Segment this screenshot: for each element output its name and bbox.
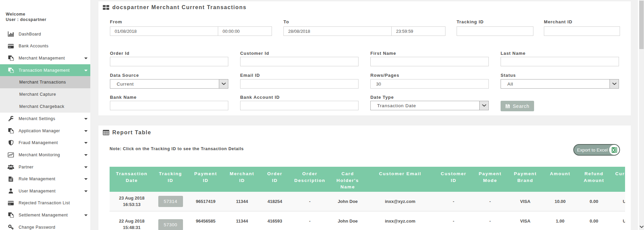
cell-payment-mode: - <box>473 211 508 230</box>
tracking-id-button[interactable]: 57300 <box>158 219 183 230</box>
sidebar-subitem-merchant-chargeback[interactable]: Merchant Chargeback <box>0 100 90 113</box>
filters-panel: docspartner Merchant Current Transaction… <box>98 1 631 115</box>
cell-amount: 1.00 <box>543 211 577 230</box>
sidebar-item-label: Merchant Management <box>19 56 65 61</box>
column-header-currency: Currency <box>611 167 625 192</box>
bank-account-id-label: Bank Account ID <box>240 95 280 100</box>
bank-account-id-input[interactable] <box>240 101 359 110</box>
scroll-down-icon[interactable] <box>639 225 644 229</box>
from-time-input[interactable] <box>218 26 272 36</box>
cell-line: 23 Aug 2018 <box>110 195 154 202</box>
field-control <box>501 57 619 66</box>
search-button[interactable]: Search <box>501 101 534 111</box>
scrollbar-thumb[interactable] <box>639 1 644 49</box>
sidebar-item-user-management[interactable]: User Management <box>0 185 90 197</box>
merchant-id-label: Merchant ID <box>544 19 572 24</box>
to-time-input[interactable] <box>391 26 445 36</box>
data-source-select[interactable]: Current <box>110 79 228 89</box>
caret-down-icon <box>84 178 88 180</box>
field-control <box>544 26 620 36</box>
sidebar-subitem-merchant-capture[interactable]: Merchant Capture <box>0 88 90 100</box>
cell-merchant-id: 11344 <box>224 211 260 230</box>
sidebar-item-label: Change Password <box>19 225 55 230</box>
th-large-icon <box>103 5 109 10</box>
date-type-select[interactable]: Transaction Date <box>370 101 489 110</box>
user-icon <box>7 188 14 194</box>
field-control: Transaction Date <box>370 101 489 110</box>
sidebar-item-transaction-management[interactable]: Transaction Management <box>0 64 90 76</box>
cell-currency: USD <box>611 211 625 230</box>
from-date-input[interactable] <box>110 26 218 36</box>
sidebar-item-fraud-management[interactable]: Fraud Management <box>0 137 90 149</box>
sidebar-item-merchant-management[interactable]: Merchant Management <box>0 52 90 64</box>
sidebar-item-label: Bank Accounts <box>19 44 48 48</box>
sidebar-item-label: Application Manager <box>19 129 60 133</box>
column-header-merchant-id: Merchant ID <box>224 167 260 192</box>
cell-amount: 10.00 <box>543 192 577 211</box>
bank-name-label: Bank Name <box>110 95 137 100</box>
order-id-input[interactable] <box>110 57 228 66</box>
cell-card-holder-s-name: John Doe <box>330 211 366 230</box>
first-name-input[interactable] <box>370 57 489 66</box>
sidebar-item-merchant-monitoring[interactable]: Merchant Monitoring <box>0 149 90 161</box>
page-title: docspartner Merchant Current Transaction… <box>112 4 247 10</box>
sidebar-item-application-manager[interactable]: Application Manager <box>0 125 90 137</box>
sidebar-item-settlement-management[interactable]: Settlement Management <box>0 209 90 221</box>
sidebar-item-partner[interactable]: Partner <box>0 161 90 173</box>
bank-name-input[interactable] <box>110 101 228 110</box>
table-header-row: Transaction DateTracking IDPayment IDMer… <box>110 167 625 192</box>
sidebar-item-label: Merchant Monitoring <box>19 153 60 157</box>
column-header-payment-brand: Payment Brand <box>508 167 543 192</box>
order-id-label: Order Id <box>110 51 130 56</box>
sidebar-item-merchant-settings[interactable]: Merchant Settings <box>0 113 90 125</box>
chevron-down-icon <box>610 79 619 88</box>
cell-order-description: - <box>290 192 330 211</box>
merchant-id-input[interactable] <box>544 26 620 36</box>
column-header-order-id: Order ID <box>260 167 290 192</box>
email-id-label: Email ID <box>240 73 260 78</box>
files-icon <box>7 212 14 218</box>
field-control <box>240 101 359 110</box>
customer-id-label: Customer Id <box>240 51 269 56</box>
cell-transaction-date: 23 Aug 201816:53:13 <box>110 192 154 211</box>
credit-card-icon <box>7 43 14 49</box>
tracking-id-button[interactable]: 57314 <box>158 196 183 207</box>
sidebar-subitem-merchant-transactions[interactable]: Merchant Transactions <box>0 76 90 88</box>
cell-currency: USD <box>611 192 625 211</box>
sidebar-item-bank-accounts[interactable]: Bank Accounts <box>0 40 90 52</box>
credit-card-icon <box>7 200 14 206</box>
chevron-down-icon <box>219 79 228 88</box>
cell-refund-amount: 0.00 <box>577 192 611 211</box>
export-to-excel-button[interactable]: Export to Excel <box>573 144 620 156</box>
cell-payment-brand: VISA <box>508 211 543 230</box>
column-header-refund-amount: Refund Amount <box>577 167 611 192</box>
last-name-input[interactable] <box>501 57 619 66</box>
customer-id-input[interactable] <box>240 57 359 66</box>
sidebar-item-label: Rejected Transaction List <box>19 201 70 205</box>
to-date-input[interactable] <box>283 26 392 36</box>
rows-pages-input[interactable] <box>370 79 489 89</box>
excel-icon <box>609 145 619 155</box>
status-value: All <box>501 82 513 87</box>
sidebar-item-dashboard[interactable]: DashBoard <box>0 28 90 40</box>
status-select[interactable]: All <box>501 79 619 89</box>
column-header-payment-id: Payment ID <box>187 167 224 192</box>
save-icon <box>505 104 510 109</box>
sidebar-item-rejected-transaction-list[interactable]: Rejected Transaction List <box>0 197 90 209</box>
email-id-input[interactable] <box>240 79 359 89</box>
page-scrollbar[interactable] <box>639 0 644 230</box>
filters-panel-title: docspartner Merchant Current Transaction… <box>103 4 247 10</box>
tracking-id-label: Tracking ID <box>457 19 484 24</box>
table-row: 22 Aug 201815:48:31573009645658511344416… <box>110 211 625 230</box>
sidebar: Welcome User : docspartner DashBoardBank… <box>0 0 90 230</box>
cell-line: 22 Aug 2018 <box>110 218 154 225</box>
sidebar-item-label: Rule Management <box>19 177 55 181</box>
note-text: Note: Click on the Tracking ID to see th… <box>110 146 244 151</box>
tracking-id-input[interactable] <box>457 26 533 36</box>
to-label: To <box>283 19 289 24</box>
field-control <box>370 79 489 89</box>
column-header-transaction-date: Transaction Date <box>110 167 154 192</box>
sidebar-item-change-password[interactable]: Change Password <box>0 221 90 230</box>
sidebar-item-rule-management[interactable]: Rule Management <box>0 173 90 185</box>
column-header-amount: Amount <box>543 167 577 192</box>
